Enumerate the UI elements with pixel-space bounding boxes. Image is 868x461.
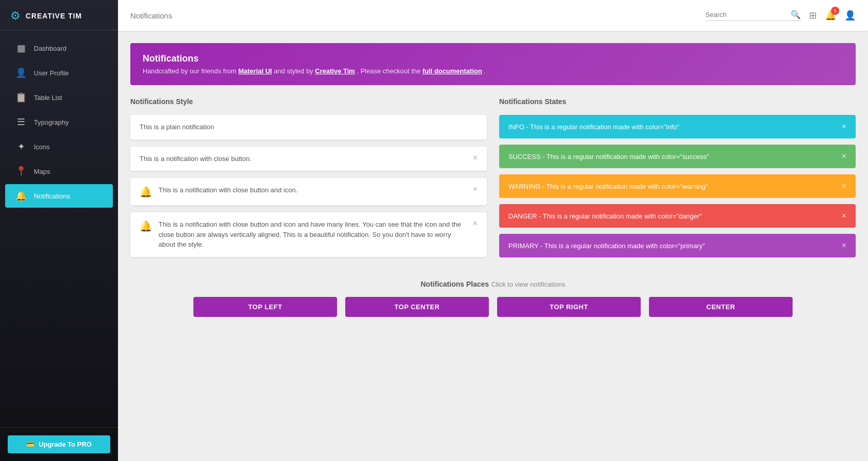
notification-success: SUCCESS - This is a regular notification… <box>499 145 856 168</box>
notification-with-icon: 🔔 This is a notification with close butt… <box>130 178 487 205</box>
notification-badge: 5 <box>831 7 839 15</box>
banner-prefix: Handcrafted by our friends from <box>143 67 236 75</box>
notification-with-close: This is a notification with close button… <box>130 147 487 171</box>
notification-text: SUCCESS - This is a regular notification… <box>508 153 709 161</box>
page-title: Notifications <box>130 11 172 20</box>
user-icon: 👤 <box>15 67 27 78</box>
banner-title: Notifications <box>143 53 843 64</box>
close-button[interactable]: × <box>473 219 478 228</box>
typography-icon: ☰ <box>15 116 27 128</box>
notification-warning: WARNING - This is a regular notification… <box>499 174 856 198</box>
sidebar-item-dashboard[interactable]: ▦ Dashboard <box>5 36 113 60</box>
sidebar-item-table-list[interactable]: 📋 Table List <box>5 86 113 109</box>
bell-notification-icon: 🔔 <box>140 220 152 232</box>
upgrade-label: Upgrade To PRO <box>38 440 91 448</box>
sidebar-item-label: Notifications <box>34 192 70 200</box>
upgrade-button[interactable]: 💳 Upgrade To PRO <box>8 435 110 453</box>
close-button[interactable]: × <box>842 152 846 161</box>
bell-icon[interactable]: 🔔 5 <box>825 10 836 21</box>
sidebar-item-notifications[interactable]: 🔔 Notifications <box>5 184 113 208</box>
user-avatar-icon[interactable]: 👤 <box>844 10 856 21</box>
sidebar-logo: ⚙ CREATIVE TIM <box>0 0 118 30</box>
notification-text: This is a notification with close button… <box>140 154 467 164</box>
apps-icon[interactable]: ⊞ <box>809 10 817 21</box>
topbar-right: 🔍 ⊞ 🔔 5 👤 <box>705 10 856 21</box>
notifications-style-section: Notifications Style This is a plain noti… <box>130 97 487 264</box>
close-button[interactable]: × <box>473 185 478 193</box>
sidebar-nav: ▦ Dashboard 👤 User Profile 📋 Table List … <box>0 30 118 427</box>
states-section-title: Notifications States <box>499 97 856 106</box>
notification-text: DANGER - This is a regular notification … <box>508 212 702 220</box>
banner-subtitle: Handcrafted by our friends from Material… <box>143 67 843 75</box>
logo-text: CREATIVE TIM <box>26 12 82 20</box>
close-button[interactable]: × <box>842 122 846 131</box>
two-col-section: Notifications Style This is a plain noti… <box>130 97 856 264</box>
search-icon[interactable]: 🔍 <box>791 10 801 19</box>
sidebar-footer: 💳 Upgrade To PRO <box>0 427 118 461</box>
table-icon: 📋 <box>15 92 27 103</box>
sidebar-item-label: Typography <box>34 118 69 126</box>
notification-danger: DANGER - This is a regular notification … <box>499 204 856 228</box>
bell-notification-icon: 🔔 <box>140 186 152 198</box>
banner-suffix: . Please checkout the <box>357 67 420 75</box>
banner-end: . <box>484 67 486 75</box>
notification-text: INFO - This is a regular notification ma… <box>508 123 679 131</box>
notification-text: This is a plain notification <box>140 122 478 132</box>
notification-text: This is a notification with close button… <box>159 219 467 250</box>
close-button[interactable]: × <box>473 154 478 162</box>
upgrade-icon: 💳 <box>26 440 34 448</box>
sidebar-item-label: Dashboard <box>34 45 67 52</box>
top-center-button[interactable]: TOP CENTER <box>345 297 489 317</box>
places-buttons: TOP LEFT TOP CENTER TOP RIGHT CENTER <box>130 297 856 317</box>
notification-text: WARNING - This is a regular notification… <box>508 183 708 190</box>
sidebar-item-icons[interactable]: ✦ Icons <box>5 135 113 158</box>
sidebar-item-label: Table List <box>34 94 62 102</box>
notifications-places-section: Notifications Places Click to view notif… <box>130 279 856 317</box>
sidebar: ⚙ CREATIVE TIM ▦ Dashboard 👤 User Profil… <box>0 0 118 461</box>
page-content: Notifications Handcrafted by our friends… <box>118 31 868 461</box>
creative-tim-link[interactable]: Creative Tim <box>315 67 355 75</box>
close-button[interactable]: × <box>842 211 846 221</box>
notification-plain: This is a plain notification <box>130 115 487 139</box>
notifications-states-section: Notifications States INFO - This is a re… <box>499 97 856 264</box>
top-right-button[interactable]: TOP RIGHT <box>497 297 641 317</box>
topbar: Notifications 🔍 ⊞ 🔔 5 👤 <box>118 0 868 31</box>
main-content: Notifications 🔍 ⊞ 🔔 5 👤 Notifications Ha… <box>118 0 868 461</box>
close-button[interactable]: × <box>842 182 846 191</box>
notification-multiline: 🔔 This is a notification with close butt… <box>130 212 487 257</box>
places-subtitle: Click to view notifications <box>491 280 566 288</box>
sidebar-item-user-profile[interactable]: 👤 User Profile <box>5 61 113 85</box>
notifications-icon: 🔔 <box>15 190 27 202</box>
search-wrap: 🔍 <box>705 10 801 21</box>
notification-text: This is a notification with close button… <box>159 185 467 195</box>
sidebar-item-typography[interactable]: ☰ Typography <box>5 110 113 134</box>
logo-icon: ⚙ <box>10 9 21 23</box>
center-button[interactable]: CENTER <box>649 297 793 317</box>
notification-primary: PRIMARY - This is a regular notification… <box>499 234 856 257</box>
header-banner: Notifications Handcrafted by our friends… <box>130 43 856 85</box>
material-ui-link[interactable]: Material UI <box>238 67 272 75</box>
full-docs-link[interactable]: full documentation <box>422 67 482 75</box>
close-button[interactable]: × <box>842 241 846 250</box>
sidebar-item-maps[interactable]: 📍 Maps <box>5 159 113 183</box>
icons-icon: ✦ <box>15 141 27 152</box>
sidebar-item-label: User Profile <box>34 69 69 77</box>
banner-middle: and styled by <box>274 67 313 75</box>
dashboard-icon: ▦ <box>15 43 27 54</box>
sidebar-item-label: Maps <box>34 168 50 175</box>
notification-info: INFO - This is a regular notification ma… <box>499 115 856 138</box>
maps-icon: 📍 <box>15 166 27 177</box>
sidebar-item-label: Icons <box>34 143 50 151</box>
top-left-button[interactable]: TOP LEFT <box>193 297 337 317</box>
search-input[interactable] <box>705 11 787 18</box>
style-section-title: Notifications Style <box>130 97 487 106</box>
places-title: Notifications Places <box>421 280 489 288</box>
notification-text: PRIMARY - This is a regular notification… <box>508 242 705 250</box>
